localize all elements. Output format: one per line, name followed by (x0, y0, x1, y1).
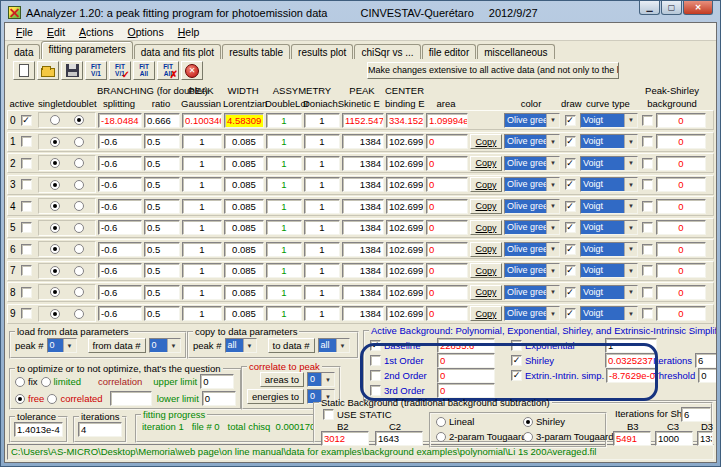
peak-shirley-checkbox[interactable] (642, 308, 653, 319)
gaussian-field[interactable]: 1 (182, 199, 222, 214)
doublelor-field[interactable]: 1 (266, 113, 302, 128)
curve-type-dropdown[interactable]: Voigt▼ (580, 177, 638, 192)
kinetic-e-field[interactable]: 1384 (342, 199, 384, 214)
doniachs-field[interactable]: 1 (304, 134, 340, 149)
use-static-checkbox[interactable]: USE STATIC (323, 409, 392, 420)
ratio-field[interactable]: 0.5 (144, 134, 180, 149)
ratio-field[interactable]: 0.5 (144, 156, 180, 171)
abg-checkbox[interactable]: ✓ (511, 355, 522, 366)
lorentzian-field[interactable]: 0.085 (224, 285, 264, 300)
area-field[interactable]: 0 (426, 199, 468, 214)
iter-shirley-field[interactable]: 6 (681, 407, 711, 422)
draw-checkbox[interactable]: ✓ (565, 158, 576, 169)
fit-all-button[interactable]: FITAll (133, 61, 155, 80)
gaussian-field[interactable]: 1 (182, 220, 222, 235)
doniachs-field[interactable]: 1 (304, 177, 340, 192)
b2-field[interactable]: 3012 (321, 431, 369, 446)
ratio-field[interactable]: 0.5 (144, 199, 180, 214)
lorentzian-field[interactable]: 0.085 (224, 220, 264, 235)
draw-checkbox[interactable]: ✓ (565, 222, 576, 233)
kinetic-e-field[interactable]: 1384 (342, 263, 384, 278)
splitting-field[interactable]: -0.6 (98, 306, 142, 321)
singlet-radio[interactable] (50, 287, 60, 297)
tougaard3-radio[interactable]: 3-param Tougaard (523, 431, 613, 442)
close-button[interactable]: ✕ (683, 1, 713, 15)
area-field[interactable]: 0 (426, 177, 468, 192)
tab-data[interactable]: data (7, 44, 40, 59)
lower-limit-field[interactable]: 0 (202, 391, 236, 406)
free-radio[interactable]: free (15, 393, 44, 404)
doniachs-field[interactable]: 1 (304, 242, 340, 257)
doublet-radio[interactable] (74, 223, 84, 233)
peak-shirley-checkbox[interactable] (642, 179, 653, 190)
area-field[interactable]: 0 (426, 285, 468, 300)
to-data-label[interactable]: to data # (268, 338, 315, 353)
c2-field[interactable]: 1643 (375, 431, 423, 446)
splitting-field[interactable]: -0.6 (98, 242, 142, 257)
menu-edit[interactable]: Edit (40, 24, 72, 40)
ratio-field[interactable]: 0.5 (144, 263, 180, 278)
copy-button[interactable]: Copy (470, 306, 502, 321)
kinetic-e-field[interactable]: 1384 (342, 306, 384, 321)
tab-data-and-fits-plot[interactable]: data and fits plot (134, 44, 221, 59)
tab-file-editor[interactable]: file editor (422, 44, 477, 59)
doublelor-field[interactable]: 1 (266, 220, 302, 235)
draw-checkbox[interactable]: ✓ (565, 308, 576, 319)
curve-type-dropdown[interactable]: Voigt▼ (580, 242, 638, 257)
area-field[interactable]: 0 (426, 134, 468, 149)
active-checkbox[interactable] (21, 265, 32, 276)
abg-value-field[interactable]: 1 (605, 338, 657, 353)
lineal-radio[interactable]: Lineal (436, 416, 474, 427)
from-data-dropdown[interactable]: 0▼ (149, 338, 181, 353)
curve-type-dropdown[interactable]: Voigt▼ (580, 285, 638, 300)
abg-value-field[interactable]: 0 (437, 353, 495, 368)
splitting-field[interactable]: -0.6 (98, 285, 142, 300)
title-bar[interactable]: AAnalyzer 1.20: a peak fitting program f… (4, 1, 717, 22)
gaussian-field[interactable]: 1 (182, 285, 222, 300)
gaussian-field[interactable]: 1 (182, 306, 222, 321)
singlet-radio[interactable] (50, 244, 60, 254)
binding-e-field[interactable]: 102.6999 (386, 134, 424, 149)
curve-type-dropdown[interactable]: Voigt▼ (580, 199, 638, 214)
save-button[interactable] (61, 61, 83, 80)
peak-shirley-bg-field[interactable]: 0 (656, 134, 706, 149)
menu-actions[interactable]: Actions (72, 24, 120, 40)
kinetic-e-field[interactable]: 1152.547 (342, 113, 384, 128)
doniachs-field[interactable]: 1 (304, 220, 340, 235)
ratio-field[interactable]: 0.5 (144, 220, 180, 235)
singlet-radio[interactable] (50, 223, 60, 233)
abg-value-field[interactable]: 22855.6 (437, 338, 495, 353)
shirley-radio[interactable]: Shirley (523, 416, 565, 427)
kinetic-e-field[interactable]: 1384 (342, 177, 384, 192)
draw-checkbox[interactable]: ✓ (565, 201, 576, 212)
doublet-radio[interactable] (74, 115, 84, 125)
correlation-field[interactable] (110, 391, 152, 406)
tolerance-field[interactable]: 1.4013e-4 (14, 422, 63, 437)
gaussian-field[interactable]: 1 (182, 134, 222, 149)
lorentzian-field[interactable]: 0.085 (224, 199, 264, 214)
peak-shirley-checkbox[interactable] (642, 158, 653, 169)
doublet-radio[interactable] (74, 287, 84, 297)
curve-type-dropdown[interactable]: Voigt▼ (580, 263, 638, 278)
curve-type-dropdown[interactable]: Voigt▼ (580, 113, 638, 128)
active-checkbox[interactable] (21, 244, 32, 255)
color-dropdown[interactable]: Olive green▼ (504, 113, 560, 128)
active-checkbox[interactable] (21, 136, 32, 147)
active-checkbox[interactable] (21, 201, 32, 212)
area-field[interactable]: 0 (426, 220, 468, 235)
lorentzian-field[interactable]: 0.085 (224, 156, 264, 171)
areas-to-dropdown[interactable]: 0▼ (307, 372, 335, 387)
doublelor-field[interactable]: 1 (266, 242, 302, 257)
singlet-radio[interactable] (50, 266, 60, 276)
active-checkbox[interactable] (21, 222, 32, 233)
doublet-radio[interactable] (74, 201, 84, 211)
binding-e-field[interactable]: 102.6999 (386, 263, 424, 278)
correlated-radio[interactable]: correlated (47, 393, 102, 404)
abg-checkbox[interactable] (370, 385, 381, 396)
copy-button[interactable]: Copy (470, 263, 502, 278)
tab-results-table[interactable]: results table (222, 44, 290, 59)
from-data-label[interactable]: from data # (88, 338, 146, 353)
splitting-field[interactable]: -0.6 (98, 177, 142, 192)
peak-shirley-bg-field[interactable]: 0 (656, 220, 706, 235)
tab-fitting-parameters[interactable]: fitting parameters (41, 41, 132, 59)
